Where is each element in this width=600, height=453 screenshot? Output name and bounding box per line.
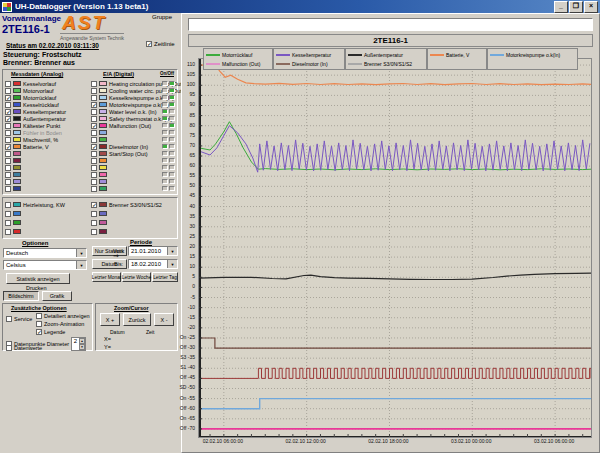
print-graph-button[interactable]: Grafik	[42, 291, 72, 301]
color-swatch	[13, 179, 21, 184]
signal-checkbox[interactable]	[5, 130, 11, 136]
color-swatch	[13, 202, 21, 207]
list-item	[5, 185, 89, 192]
digital-sub-rows: ✓Brenner S3/0N/S1/S2	[91, 200, 161, 236]
signal-checkbox[interactable]	[5, 151, 11, 157]
color-swatch	[13, 151, 21, 156]
signal-checkbox[interactable]	[5, 186, 11, 192]
signal-checkbox[interactable]: ✓	[91, 123, 97, 129]
signal-checkbox[interactable]	[5, 202, 11, 208]
zeitlinie-checkbox[interactable]: ✓	[146, 41, 152, 47]
signal-checkbox[interactable]	[91, 158, 97, 164]
datenwerte-checkbox[interactable]	[6, 345, 12, 351]
signal-checkbox[interactable]: ✓	[5, 109, 11, 115]
steuerung-label: Steuerung:	[3, 51, 40, 58]
datapoints-stepper[interactable]: 2 ▲▼	[71, 337, 86, 351]
legende-checkbox[interactable]: ✓	[36, 329, 42, 335]
color-swatch	[13, 123, 21, 128]
y-axis-label: 90	[166, 101, 195, 107]
signal-label: Kesselrücklauf	[23, 102, 59, 108]
show-statistics-button[interactable]: Statistik anzeigen	[6, 273, 70, 284]
signal-checkbox[interactable]	[5, 158, 11, 164]
signal-checkbox[interactable]: ✓	[5, 95, 11, 101]
spin-down-icon[interactable]: ▼	[79, 344, 85, 350]
detail-checkbox[interactable]	[36, 313, 42, 319]
ast-logo-subtitle: Angewandte System Technik	[60, 33, 124, 41]
service-checkbox[interactable]	[6, 316, 12, 322]
signal-checkbox[interactable]	[91, 172, 97, 178]
signal-checkbox[interactable]	[5, 102, 11, 108]
chart-svg	[199, 59, 591, 437]
chevron-down-icon[interactable]: ▼	[76, 249, 86, 257]
chevron-down-icon[interactable]: ▼	[76, 261, 86, 269]
x-axis-label: 02.02.10 18:00:00	[361, 438, 415, 444]
color-swatch	[99, 109, 107, 114]
signal-checkbox[interactable]	[5, 172, 11, 178]
signal-checkbox[interactable]	[5, 220, 11, 226]
maximize-button[interactable]: ❐	[569, 1, 583, 13]
signal-checkbox[interactable]	[5, 81, 11, 87]
signal-checkbox[interactable]	[91, 109, 97, 115]
signal-checkbox[interactable]: ✓	[91, 102, 97, 108]
list-item: Kesselrücklauf	[5, 101, 89, 108]
options-header: Optionen	[22, 240, 48, 246]
signal-checkbox[interactable]: ✓	[5, 144, 11, 150]
signal-checkbox[interactable]	[91, 151, 97, 157]
additional-options-header: Zusätzliche Optionen	[11, 305, 67, 311]
signal-checkbox[interactable]	[91, 81, 97, 87]
detail-label: Detailiert anzeigen	[44, 313, 90, 319]
x-axis-label: 02.02.10 12:00:00	[279, 438, 333, 444]
legend-label: Außentemperatur	[364, 52, 403, 58]
signal-checkbox[interactable]	[5, 165, 11, 171]
signal-checkbox[interactable]: ✓	[5, 116, 11, 122]
signal-label: Kältester Punkt	[23, 123, 60, 129]
zoom-back-button[interactable]: Zurück	[123, 313, 151, 326]
x-axis-label: 03.02.10 00:00:00	[444, 438, 498, 444]
signal-checkbox[interactable]	[91, 130, 97, 136]
datenwerte-label: Datenwerte	[14, 345, 42, 351]
minimize-button[interactable]: _	[554, 1, 568, 13]
signal-checkbox[interactable]: ✓	[91, 144, 97, 150]
signal-label: Motorkreispumpe o.k(In)	[109, 102, 169, 108]
zoom-animation-checkbox[interactable]	[36, 321, 42, 327]
series-Motorkreispumpe o.k(In)	[199, 399, 591, 409]
service-label: Service	[14, 316, 32, 322]
service-option: Service	[6, 316, 32, 322]
language-select[interactable]: Deutsch ▼	[3, 248, 87, 258]
signal-checkbox[interactable]	[91, 95, 97, 101]
y-axis-label: 40	[166, 203, 195, 209]
print-screen-button[interactable]: Bildschirm	[3, 291, 39, 301]
signal-checkbox[interactable]	[91, 229, 97, 235]
y-axis-label: 30	[166, 223, 195, 229]
signal-checkbox[interactable]	[91, 220, 97, 226]
signal-checkbox[interactable]	[91, 165, 97, 171]
signal-checkbox[interactable]	[5, 88, 11, 94]
signal-checkbox[interactable]	[91, 88, 97, 94]
chart-plot-area[interactable]	[198, 58, 592, 438]
signal-checkbox[interactable]	[91, 137, 97, 143]
last-week-button[interactable]: Letzte Woche	[122, 272, 151, 282]
signal-checkbox[interactable]	[91, 116, 97, 122]
list-item: Start/Stop (Out)	[91, 150, 161, 157]
signal-checkbox[interactable]	[5, 211, 11, 217]
y-axis-label: 45	[166, 192, 195, 198]
signal-checkbox[interactable]	[91, 211, 97, 217]
signal-checkbox[interactable]	[91, 186, 97, 192]
list-item	[91, 185, 161, 192]
signal-checkbox[interactable]	[5, 179, 11, 185]
zoom-x-plus-button[interactable]: X +	[100, 313, 120, 326]
gruppe-field[interactable]	[188, 18, 593, 31]
unit-select[interactable]: Celsius ▼	[3, 260, 87, 270]
close-button[interactable]: ×	[584, 1, 598, 13]
signal-checkbox[interactable]	[5, 123, 11, 129]
signal-checkbox[interactable]: ✓	[91, 202, 97, 208]
color-swatch	[13, 95, 21, 100]
y-axis-label: On -65	[166, 415, 195, 421]
signal-checkbox[interactable]	[5, 137, 11, 143]
signal-checkbox[interactable]	[5, 229, 11, 235]
signal-checkbox[interactable]	[91, 179, 97, 185]
last-month-button[interactable]: Letzter Monat	[92, 272, 121, 282]
y-axis-label: 65	[166, 152, 195, 158]
list-item: Safety thermostat o.k. (In)	[91, 115, 161, 122]
color-swatch	[99, 211, 107, 216]
